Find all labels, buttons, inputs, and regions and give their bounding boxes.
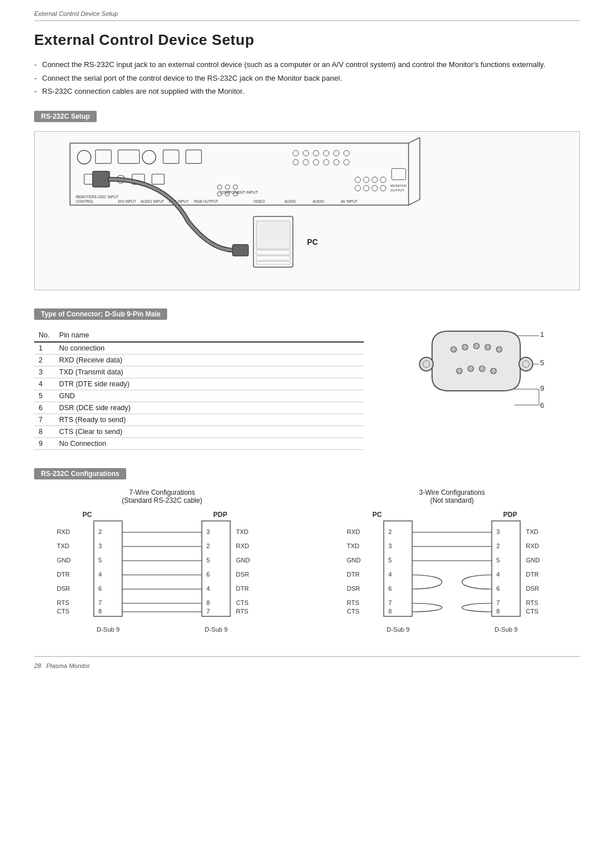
svg-point-85 <box>491 368 496 374</box>
svg-point-79 <box>474 343 479 349</box>
wire7-config: 7-Wire Configurations (Standard RS-232C … <box>34 489 290 639</box>
svg-text:5: 5 <box>540 358 544 367</box>
svg-text:VIDEO: VIDEO <box>254 199 265 203</box>
svg-text:4: 4 <box>98 571 102 578</box>
setup-diagram: COMPONENT INPUT REMOTE CONTROL RS-232C I… <box>34 131 580 290</box>
table-row: 5GND <box>34 390 364 402</box>
svg-text:GND: GND <box>347 557 361 564</box>
connector-label: Type of Connector; D-Sub 9-Pin Male <box>34 308 167 320</box>
svg-text:TXD: TXD <box>526 528 538 535</box>
page-title: External Control Device Setup <box>34 31 580 49</box>
pin-name: No connection <box>55 342 364 354</box>
svg-text:4: 4 <box>496 571 500 578</box>
svg-text:OUTPUT: OUTPUT <box>391 189 405 192</box>
footer-product: Plasma Monitor <box>46 662 89 669</box>
svg-text:DVI INPUT: DVI INPUT <box>118 199 136 203</box>
svg-point-16 <box>293 159 298 165</box>
svg-point-14 <box>334 150 339 156</box>
pin-number: 4 <box>34 378 55 390</box>
header-text: External Control Device Setup <box>34 10 118 17</box>
svg-text:DSR: DSR <box>57 585 70 592</box>
svg-text:8: 8 <box>496 608 500 615</box>
svg-text:RGB OUTPUT: RGB OUTPUT <box>194 199 218 203</box>
svg-point-4 <box>77 150 91 164</box>
svg-text:RXD: RXD <box>347 528 360 535</box>
svg-text:4: 4 <box>388 571 392 578</box>
svg-text:GND: GND <box>526 557 540 564</box>
svg-text:CTS: CTS <box>236 599 248 606</box>
wire3-config: 3-Wire Configurations (Not standard) PC … <box>324 489 580 639</box>
svg-text:5: 5 <box>496 557 500 564</box>
table-row: 7RTS (Ready to send) <box>34 414 364 425</box>
pin-number: 6 <box>34 402 55 414</box>
svg-rect-50 <box>256 256 291 260</box>
pin-name: DTR (DTE side ready) <box>55 378 364 390</box>
svg-point-54 <box>363 177 369 182</box>
svg-text:CTS: CTS <box>57 608 69 615</box>
svg-text:PDP: PDP <box>213 511 227 519</box>
svg-rect-45 <box>93 171 110 187</box>
pin-name: DSR (DCE side ready) <box>55 402 364 414</box>
pin-number: 1 <box>34 342 55 354</box>
connector-table: No. Pin name 1No connection2RXD (Receive… <box>34 329 364 450</box>
svg-rect-0 <box>70 143 408 205</box>
svg-point-84 <box>479 366 485 372</box>
svg-text:AUDIO: AUDIO <box>313 199 324 203</box>
svg-text:GND: GND <box>57 557 71 564</box>
svg-point-7 <box>142 150 156 164</box>
svg-point-13 <box>323 150 329 156</box>
svg-point-29 <box>225 185 230 189</box>
svg-text:PC: PC <box>82 511 92 519</box>
intro-item-1: Connect the RS-232C input jack to an ext… <box>34 59 580 70</box>
pin-number: 2 <box>34 354 55 366</box>
svg-line-2 <box>409 199 420 205</box>
svg-point-77 <box>451 347 457 352</box>
svg-point-82 <box>457 368 462 374</box>
svg-point-17 <box>303 159 309 165</box>
rs232c-setup-label: RS-232C Setup <box>34 111 97 122</box>
pin-name: CTS (Clear to send) <box>55 425 364 437</box>
table-row: 6DSR (DCE side ready) <box>34 402 364 414</box>
svg-text:8: 8 <box>206 599 210 606</box>
svg-text:PDP: PDP <box>503 511 517 519</box>
svg-rect-5 <box>96 149 111 163</box>
svg-text:TXD: TXD <box>347 542 359 549</box>
table-row: 2RXD (Receive data) <box>34 354 364 366</box>
svg-text:DSR: DSR <box>347 585 360 592</box>
footer-page-num: 28 <box>34 662 41 669</box>
svg-text:PC: PC <box>372 511 382 519</box>
svg-text:2: 2 <box>98 528 102 535</box>
svg-point-30 <box>233 185 238 189</box>
table-row: 9No Connection <box>34 437 364 449</box>
wire3-svg: PC PDP RXD 2 TXD 3 GND 5 DTR 4 DSR 6 RTS… <box>324 507 580 637</box>
svg-point-18 <box>313 159 319 165</box>
pin-name: RXD (Receive data) <box>55 354 364 366</box>
svg-text:DTR: DTR <box>57 571 70 578</box>
svg-text:CTS: CTS <box>526 608 538 615</box>
svg-text:AUDIO INPUT: AUDIO INPUT <box>140 199 164 203</box>
svg-text:DTR: DTR <box>347 571 360 578</box>
pin-number: 8 <box>34 425 55 437</box>
wire3-title-text: 3-Wire Configurations <box>419 489 485 496</box>
svg-rect-9 <box>186 149 202 163</box>
svg-point-59 <box>372 185 377 191</box>
pin-number: 5 <box>34 390 55 402</box>
table-row: 8CTS (Clear to send) <box>34 425 364 437</box>
svg-point-56 <box>380 177 386 182</box>
page-header: External Control Device Setup <box>34 0 580 21</box>
pin-name: TXD (Transmit data) <box>55 366 364 378</box>
svg-text:DTR: DTR <box>526 571 539 578</box>
svg-point-55 <box>372 177 377 182</box>
svg-point-11 <box>303 150 309 156</box>
svg-point-28 <box>217 185 222 189</box>
svg-point-53 <box>355 177 360 182</box>
wire-configs: 7-Wire Configurations (Standard RS-232C … <box>34 489 580 639</box>
svg-rect-48 <box>256 220 291 249</box>
connector-table-wrap: Type of Connector; D-Sub 9-Pin Male No. … <box>34 308 364 450</box>
table-row: 4DTR (DTE side ready) <box>34 378 364 390</box>
svg-point-78 <box>462 344 468 350</box>
svg-point-81 <box>496 347 502 352</box>
svg-text:8: 8 <box>98 608 102 615</box>
svg-text:RS-232C INPUT: RS-232C INPUT <box>92 195 119 199</box>
pin-name: No Connection <box>55 437 364 449</box>
